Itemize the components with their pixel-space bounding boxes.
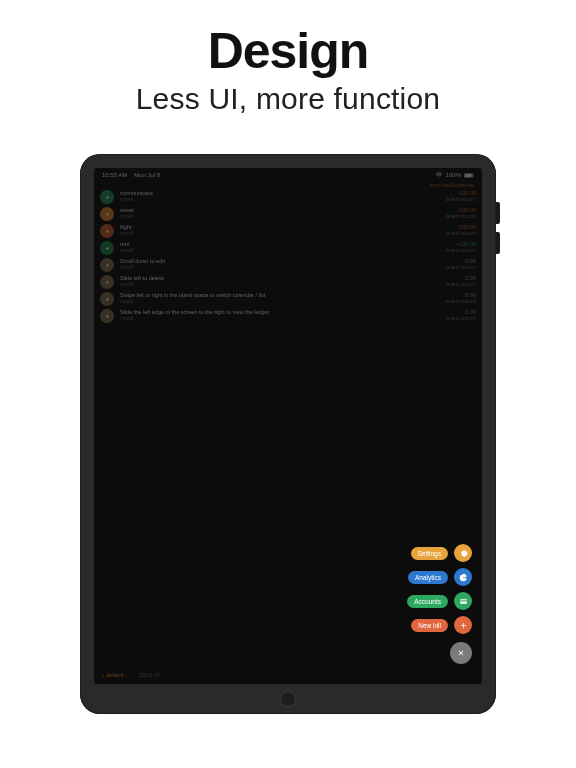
list-item-right: 0.00default account [445,292,476,304]
svg-point-10 [106,315,108,317]
category-icon [100,190,114,204]
status-time: 10:55 AM [102,172,127,178]
list-item-main: flightmyself [120,224,439,236]
svg-point-7 [106,264,108,266]
marketing-subhead: Less UI, more function [136,82,441,116]
list-item-main: rentmyself [120,241,439,253]
list-item-title: flight [120,224,439,231]
screen: 10:55 AM Mon Jul 8 100% Income/Expense c… [94,168,482,684]
chart-icon[interactable] [454,568,472,586]
list-item-amount: -100.00 [445,224,476,231]
list-item-account: default account [445,299,476,304]
list-item-right: 0.00default account [445,258,476,270]
list-item-main: Swipe left or right in the blank space t… [120,292,439,304]
fab-row-gear: Settings [411,544,473,562]
list-item-amount: 0.00 [445,309,476,316]
period-label[interactable]: 2019-07 [139,672,161,678]
battery-icon [464,173,474,178]
list-item-account: default account [445,214,476,219]
fab-row-plus: New bill [411,616,472,634]
list-item-main: Slide left to deletemyself [120,275,439,287]
status-right: 100% [435,172,474,178]
gear-icon[interactable] [454,544,472,562]
category-icon [100,207,114,221]
category-icon [100,275,114,289]
list-item-sub: myself [120,248,439,253]
volume-up-button [496,202,500,224]
list-item-main: communicatemyself [120,190,439,202]
status-bar: 10:55 AM Mon Jul 8 100% [94,168,482,182]
list-item-main: streetmyself [120,207,439,219]
list-item-sub: myself [120,316,439,321]
list-item-account: default account [445,197,476,202]
svg-point-8 [106,281,108,283]
status-date: Mon Jul 8 [134,172,160,178]
card-icon[interactable] [454,592,472,610]
tablet-frame: 10:55 AM Mon Jul 8 100% Income/Expense c… [80,154,496,714]
plus-icon[interactable] [454,616,472,634]
list-item-title: Slide the left edge of the screen to the… [120,309,439,316]
svg-point-5 [106,230,108,232]
ledger-switch[interactable]: ‹ default... [102,672,129,678]
list-item[interactable]: flightmyself-100.00default account [100,224,476,238]
fab-label[interactable]: Settings [411,547,449,560]
list-item-amount: +100.00 [445,241,476,248]
list-item-account: default account [445,282,476,287]
list-item-account: default account [445,265,476,270]
svg-point-3 [106,196,108,198]
bottom-bar: ‹ default... 2019-07 [94,666,482,684]
list-item[interactable]: Swipe left or right in the blank space t… [100,292,476,306]
list-item-right: -100.00default account [445,207,476,219]
list-item-right: -100.00default account [445,190,476,202]
list-item[interactable]: communicatemyself-100.00default account [100,190,476,204]
marketing-headline: Design [208,22,369,80]
list-item-main: Scroll down to editmyself [120,258,439,270]
transaction-list[interactable]: communicatemyself-100.00default accounts… [100,190,476,326]
list-item-title: Scroll down to edit [120,258,439,265]
list-item-main: Slide the left edge of the screen to the… [120,309,439,321]
list-item-sub: myself [120,265,439,270]
list-item-sub: myself [120,197,439,202]
svg-rect-1 [465,173,472,177]
svg-point-6 [106,247,108,249]
list-item[interactable]: streetmyself-100.00default account [100,207,476,221]
category-icon [100,292,114,306]
category-icon [100,224,114,238]
fab-menu: SettingsAnalyticsAccountsNew bill [407,544,472,664]
svg-rect-2 [473,174,474,176]
balance-label: Income/Expense [429,182,474,188]
fab-label[interactable]: Analytics [408,571,448,584]
svg-point-4 [106,213,108,215]
fab-label[interactable]: Accounts [407,595,448,608]
list-item-amount: -100.00 [445,207,476,214]
wifi-icon [435,172,443,178]
list-item-title: rent [120,241,439,248]
fab-row-card: Accounts [407,592,472,610]
list-item-title: street [120,207,439,214]
list-item-title: communicate [120,190,439,197]
list-item-sub: myself [120,231,439,236]
fab-label[interactable]: New bill [411,619,448,632]
list-item-right: 0.00default account [445,309,476,321]
category-icon [100,258,114,272]
list-item[interactable]: rentmyself+100.00default account [100,241,476,255]
status-left: 10:55 AM Mon Jul 8 [102,172,160,178]
fab-row-chart: Analytics [408,568,472,586]
list-item-sub: myself [120,299,439,304]
list-item[interactable]: Slide left to deletemyself0.00default ac… [100,275,476,289]
category-icon [100,309,114,323]
svg-rect-12 [460,600,467,601]
svg-point-9 [106,298,108,300]
list-item-account: default account [445,248,476,253]
list-item-account: default account [445,316,476,321]
list-item-right: +100.00default account [445,241,476,253]
list-item[interactable]: Scroll down to editmyself0.00default acc… [100,258,476,272]
home-button[interactable] [280,691,296,707]
list-item-amount: 0.00 [445,292,476,299]
list-item-account: default account [445,231,476,236]
list-item-title: Swipe left or right in the blank space t… [120,292,439,299]
list-item-right: -100.00default account [445,224,476,236]
list-item[interactable]: Slide the left edge of the screen to the… [100,309,476,323]
list-item-title: Slide left to delete [120,275,439,282]
close-icon[interactable] [450,642,472,664]
